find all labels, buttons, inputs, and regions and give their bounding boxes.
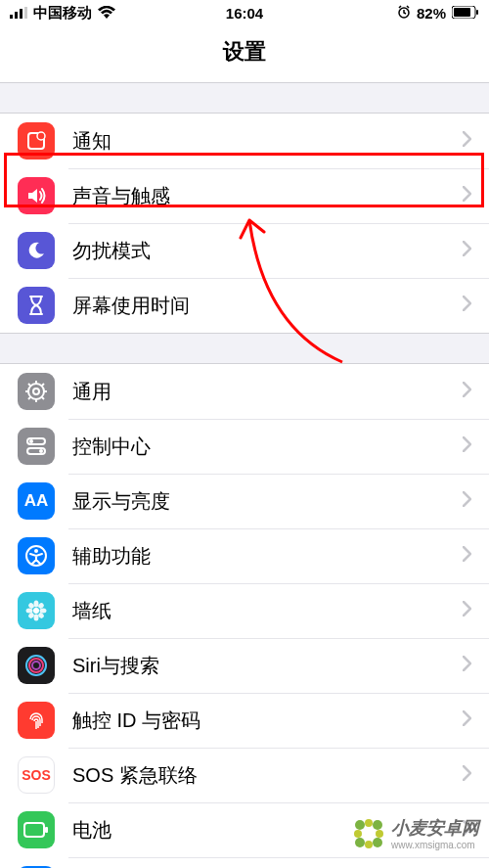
hourglass-icon [18,287,55,324]
row-notifications[interactable]: 通知 [0,114,489,168]
svg-rect-39 [45,827,48,833]
watermark-logo-icon [352,817,385,850]
row-privacy[interactable]: 隐私 [0,857,489,868]
svg-rect-6 [454,8,470,17]
accessibility-icon [18,537,55,574]
wifi-icon [98,5,115,22]
group-spacer [0,83,489,113]
row-label: 声音与触感 [72,183,463,209]
page-title: 设置 [0,25,489,83]
chevron-right-icon [463,296,471,315]
svg-point-10 [28,384,44,399]
aa-icon: AA [18,482,55,520]
svg-point-29 [26,609,33,614]
svg-point-9 [37,132,45,140]
sos-icon: SOS [18,756,55,794]
svg-line-17 [42,397,44,399]
chevron-right-icon [463,186,471,206]
svg-rect-0 [10,15,13,19]
svg-line-18 [28,397,30,399]
svg-line-19 [42,384,44,386]
svg-rect-38 [24,823,44,837]
svg-point-23 [39,449,43,453]
sound-icon [18,177,55,214]
status-right: 82% [397,5,479,22]
settings-group-1: 通知 声音与触感 勿扰模式 屏幕使用时间 [0,113,489,334]
svg-point-47 [376,830,383,838]
battery-status-icon [452,5,479,22]
svg-point-41 [373,820,382,830]
svg-point-21 [29,439,33,443]
switches-icon [18,428,55,465]
svg-point-46 [354,830,362,838]
status-time: 16:04 [226,5,263,22]
row-label: SOS 紧急联络 [72,762,463,789]
svg-point-44 [365,819,373,827]
svg-point-28 [34,615,39,621]
group-spacer [0,334,489,363]
fingerprint-icon [18,702,55,739]
chevron-right-icon [463,710,471,730]
row-label: 勿扰模式 [72,238,463,264]
svg-point-25 [34,549,38,553]
chevron-right-icon [463,491,471,511]
chevron-right-icon [463,656,471,675]
row-general[interactable]: 通用 [0,364,489,419]
row-dnd[interactable]: 勿扰模式 [0,223,489,278]
chevron-right-icon [463,601,471,620]
chevron-right-icon [463,131,471,151]
svg-point-43 [373,838,382,847]
row-label: Siri与搜索 [72,653,463,679]
row-label: 辅助功能 [72,543,463,570]
chevron-right-icon [463,765,471,785]
watermark-text: 小麦安卓网 [391,816,479,840]
svg-point-27 [34,601,39,608]
battery-pct-label: 82% [417,5,446,22]
row-screentime[interactable]: 屏幕使用时间 [0,278,489,333]
settings-group-2: 通用 控制中心 AA 显示与亮度 辅助功能 墙纸 Siri与搜索 [0,363,489,868]
row-siri[interactable]: Siri与搜索 [0,638,489,693]
notification-icon [18,122,55,160]
svg-point-42 [355,838,365,847]
chevron-right-icon [463,546,471,566]
signal-icon [10,5,27,22]
row-label: 通知 [72,128,463,155]
svg-point-11 [33,388,39,394]
svg-point-30 [40,609,47,614]
svg-point-45 [365,841,373,848]
row-label: 屏幕使用时间 [72,293,463,319]
row-label: 控制中心 [72,434,463,460]
row-label: 触控 ID 与密码 [72,708,463,734]
svg-rect-3 [24,7,27,19]
svg-point-40 [355,820,365,830]
svg-rect-7 [476,10,478,15]
row-accessibility[interactable]: 辅助功能 [0,528,489,583]
row-wallpaper[interactable]: 墙纸 [0,583,489,638]
watermark: 小麦安卓网 www.xmsigma.com [352,816,479,850]
row-sos[interactable]: SOS SOS 紧急联络 [0,748,489,802]
siri-icon [18,647,55,684]
svg-point-26 [33,608,39,614]
gear-icon [18,373,55,410]
flower-icon [18,592,55,629]
chevron-right-icon [463,436,471,456]
alarm-icon [397,5,411,22]
row-touchid[interactable]: 触控 ID 与密码 [0,693,489,748]
row-label: 通用 [72,379,463,405]
row-controlcenter[interactable]: 控制中心 [0,419,489,474]
moon-icon [18,232,55,269]
chevron-right-icon [463,382,471,401]
row-display[interactable]: AA 显示与亮度 [0,474,489,528]
carrier-label: 中国移动 [33,4,92,23]
chevron-right-icon [463,241,471,260]
battery-icon [18,811,55,848]
status-bar: 中国移动 16:04 82% [0,0,489,25]
row-label: 显示与亮度 [72,488,463,515]
row-sounds[interactable]: 声音与触感 [0,168,489,223]
svg-point-37 [32,662,40,669]
svg-line-16 [28,384,30,386]
row-label: 墙纸 [72,598,463,624]
watermark-site: www.xmsigma.com [391,840,479,850]
svg-rect-1 [15,12,18,19]
svg-rect-2 [20,9,22,19]
